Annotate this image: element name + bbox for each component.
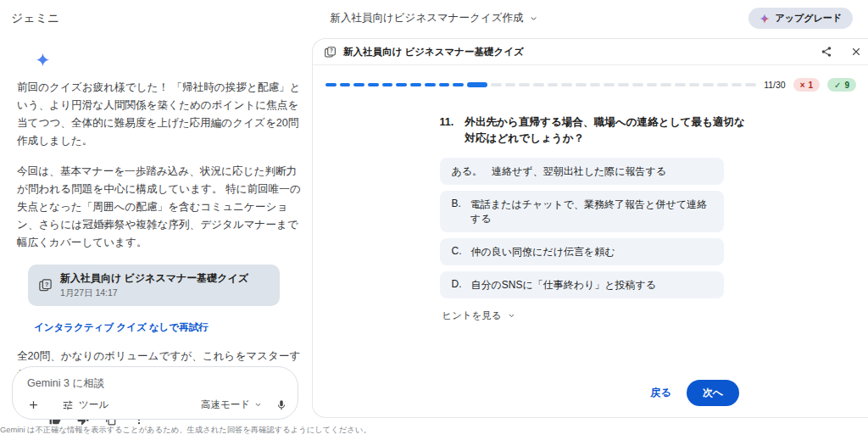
progress-segment [533, 83, 544, 86]
progress-segment [439, 83, 450, 86]
x-mark-icon: × [800, 81, 805, 90]
next-button[interactable]: 次へ [687, 380, 739, 406]
option-text: 連絡せず、翌朝出社した際に報告する [492, 164, 666, 179]
progress-segment [660, 83, 671, 86]
progress-label: 11/30 [764, 80, 786, 90]
artifact-title: 新入社員向け ビジネスマナー基礎クイズ [60, 271, 248, 286]
quiz-artifact-card[interactable]: ? 新入社員向け ビジネスマナー基礎クイズ 1月27日 14:17 [28, 265, 280, 306]
progress-segment [618, 83, 629, 86]
question-number: 11. [440, 114, 454, 147]
option-text: 仲の良い同僚にだけ伝言を頼む [471, 245, 615, 259]
share-icon[interactable] [821, 46, 832, 58]
progress-bar [326, 82, 756, 87]
progress-segment [425, 83, 436, 86]
chevron-down-icon [254, 401, 262, 409]
progress-segment [519, 83, 530, 86]
progress-segment [505, 83, 516, 86]
progress-segment [491, 83, 502, 86]
option-label: ある。 [452, 164, 483, 179]
quiz-panel: ? 新入社員向け ビジネスマナー基礎クイズ 11/30 × 1 ✓ 9 11. … [312, 38, 868, 418]
progress-segment [453, 83, 464, 86]
progress-segment [561, 83, 572, 86]
progress-segment [326, 83, 337, 86]
progress-segment [689, 83, 700, 86]
mode-selector[interactable]: 高速モード [201, 398, 262, 411]
quiz-navigation: 戻る 次へ [640, 380, 739, 406]
progress-segment [548, 83, 559, 86]
quiz-option[interactable]: D. 自分のSNSに「仕事終わり」と投稿する [440, 271, 724, 298]
retry-without-interactive-link[interactable]: インタラクティブ クイズ なしで再試行 [34, 321, 209, 334]
progress-segment [467, 82, 487, 87]
progress-segment [745, 83, 756, 86]
progress-segment [647, 83, 658, 86]
hint-label: ヒントを見る [442, 309, 502, 322]
progress-segment [410, 83, 421, 86]
progress-segment [353, 83, 364, 86]
prompt-composer[interactable]: Gemini 3 に相談 ツール 高速モード [12, 366, 298, 420]
upgrade-button[interactable]: アップグレード [748, 8, 853, 29]
progress-segment [382, 83, 393, 86]
tools-label: ツール [79, 398, 108, 411]
composer-placeholder: Gemini 3 に相談 [27, 376, 104, 391]
progress-segment [590, 83, 601, 86]
mic-icon[interactable] [275, 399, 287, 411]
tune-icon [62, 399, 74, 411]
progress-segment [675, 83, 686, 86]
close-icon[interactable] [851, 47, 861, 57]
correct-count-badge: ✓ 9 [827, 78, 856, 92]
conversation-title-menu[interactable]: 新入社員向けビジネスマナークイズ作成 [331, 11, 538, 25]
assistant-paragraph: 今回は、基本マナーを一歩踏み込み、状況に応じた判断力が問われる問題を中心に構成し… [17, 163, 303, 252]
option-label: B. [452, 198, 461, 226]
add-attachment-icon[interactable] [27, 398, 40, 411]
svg-text:?: ? [45, 281, 48, 288]
show-hint-button[interactable]: ヒントを見る [442, 309, 752, 322]
progress-row: 11/30 × 1 ✓ 9 [326, 78, 856, 92]
progress-segment [368, 83, 379, 86]
progress-segment [732, 83, 743, 86]
gemini-spark-icon [760, 14, 770, 24]
wrong-count-badge: × 1 [793, 78, 820, 92]
quiz-artifact-icon: ? [38, 278, 53, 292]
top-bar: ジェミニ 新入社員向けビジネスマナークイズ作成 アップグレード [0, 0, 868, 37]
assistant-paragraph: 前回のクイズお疲れ様でした！ 「帰社時の挨拶と配慮」という、より円滑な人間関係を… [17, 79, 303, 150]
option-label: C. [452, 245, 462, 259]
wrong-count: 1 [808, 81, 813, 90]
chevron-down-icon [508, 312, 515, 320]
option-text: 電話またはチャットで、業務終了報告と併せて連絡する [470, 198, 712, 226]
progress-segment [703, 83, 714, 86]
quiz-option[interactable]: B. 電話またはチャットで、業務終了報告と併せて連絡する [440, 191, 724, 232]
artifact-timestamp: 1月27日 14:17 [60, 287, 248, 299]
question-text: 外出先から直帰する場合、職場への連絡として最も適切な対応はどれでしょうか？ [465, 114, 751, 147]
quiz-option[interactable]: C. 仲の良い同僚にだけ伝言を頼む [440, 238, 724, 265]
quiz-panel-title: 新入社員向け ビジネスマナー基礎クイズ [343, 46, 524, 58]
quiz-artifact-icon: ? [324, 46, 337, 58]
progress-segment [604, 83, 615, 86]
check-mark-icon: ✓ [834, 81, 841, 90]
app-brand: ジェミニ [11, 11, 59, 26]
progress-segment [576, 83, 587, 86]
chevron-down-icon [529, 14, 537, 23]
back-button[interactable]: 戻る [640, 381, 681, 405]
correct-count: 9 [844, 81, 849, 90]
progress-segment [396, 83, 407, 86]
svg-text:?: ? [330, 47, 333, 53]
question-area: 11. 外出先から直帰する場合、職場への連絡として最も適切な対応はどれでしょうか… [440, 114, 752, 322]
gemini-response-spark-icon [36, 53, 303, 67]
disclaimer-text: Gemini は不正確な情報を表示することがあるため、生成された回答を再確認する… [0, 425, 312, 436]
mode-label: 高速モード [201, 398, 250, 411]
progress-segment [340, 83, 351, 86]
option-text: 自分のSNSに「仕事終わり」と投稿する [471, 278, 657, 292]
progress-segment [632, 83, 643, 86]
question: 11. 外出先から直帰する場合、職場への連絡として最も適切な対応はどれでしょうか… [440, 114, 752, 147]
progress-segment [717, 83, 728, 86]
options-list: ある。 連絡せず、翌朝出社した際に報告する B. 電話またはチャットで、業務終了… [440, 158, 724, 298]
conversation-title: 新入社員向けビジネスマナークイズ作成 [331, 11, 524, 25]
option-label: D. [452, 278, 462, 292]
tools-button[interactable]: ツール [62, 398, 108, 411]
quiz-panel-header: ? 新入社員向け ビジネスマナー基礎クイズ [313, 39, 868, 65]
quiz-option[interactable]: ある。 連絡せず、翌朝出社した際に報告する [440, 158, 724, 185]
upgrade-label: アップグレード [775, 12, 842, 25]
